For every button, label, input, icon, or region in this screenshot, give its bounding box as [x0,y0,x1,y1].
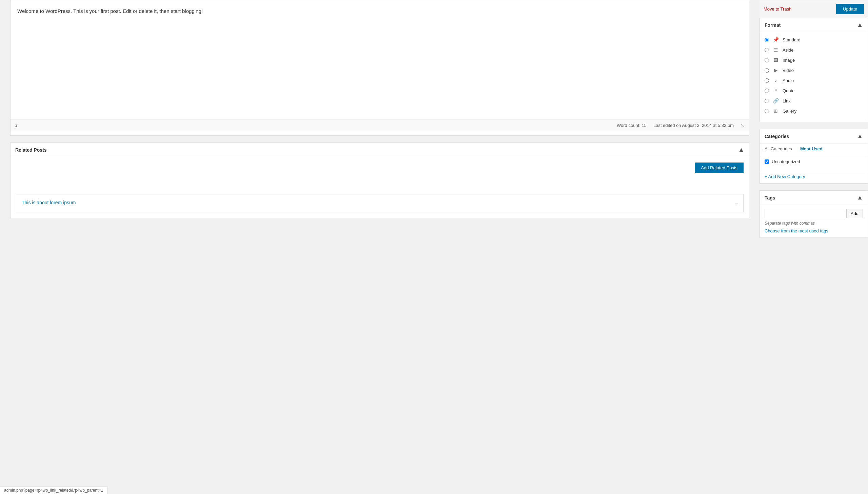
format-list: 📌 Standard ☰ Aside 🖼 Image ▶ Video [760,32,868,122]
editor-footer: p Word count: 15 Last edited on August 2… [11,119,749,131]
add-new-category-section: + Add New Category [760,171,868,183]
status-bar-url: admin.php?page=rp4wp_link_related&rp4wp_… [4,488,103,493]
categories-list: Uncategorized [760,155,868,171]
tags-most-used: Choose from the most used tags [760,228,868,238]
format-radio-image[interactable] [765,58,769,62]
tags-input-row: Add [760,205,868,221]
update-button[interactable]: Update [836,4,864,14]
format-panel: Format ▲ 📌 Standard ☰ Aside 🖼 Image [760,18,868,122]
move-to-trash-link[interactable]: Move to Trash [764,6,791,12]
format-radio-link[interactable] [765,99,769,103]
paragraph-tag: p [15,123,17,128]
status-bar: admin.php?page=rp4wp_link_related&rp4wp_… [0,486,107,494]
categories-panel: Categories ▲ All Categories Most Used Un… [760,129,868,184]
sidebar: Move to Trash Update Format ▲ 📌 Standard… [760,0,868,494]
add-new-category-link[interactable]: + Add New Category [765,174,805,179]
format-panel-title: Format [765,22,781,28]
format-label-link: Link [783,98,791,103]
tags-input[interactable] [765,209,844,218]
related-post-item: This is about lorem ipsum ≡ [16,194,744,212]
tags-panel-toggle[interactable]: ▲ [857,194,863,201]
categories-panel-title: Categories [765,134,789,139]
related-posts-toggle[interactable]: ▲ [738,146,744,153]
category-label-uncategorized[interactable]: Uncategorized [772,159,800,164]
categories-panel-header: Categories ▲ [760,129,868,144]
related-posts-title: Related Posts [15,147,47,153]
resize-handle[interactable]: ⤡ [741,122,745,129]
tab-all-categories[interactable]: All Categories [765,144,796,155]
format-item-link: 🔗 Link [765,97,863,104]
categories-panel-toggle[interactable]: ▲ [857,133,863,140]
categories-tabs: All Categories Most Used [760,144,868,155]
drag-handle-icon[interactable]: ≡ [735,202,738,209]
word-count-label: Word count: 15 [617,123,647,128]
format-radio-standard[interactable] [765,38,769,42]
editor-content[interactable]: Welcome to WordPress. This is your first… [11,0,749,119]
format-radio-audio[interactable] [765,78,769,83]
tags-most-used-link[interactable]: Choose from the most used tags [765,228,828,233]
format-radio-quote[interactable] [765,89,769,93]
format-radio-video[interactable] [765,68,769,73]
format-item-audio: ♪ Audio [765,77,863,84]
publish-panel: Move to Trash Update [760,0,868,18]
category-checkbox-uncategorized[interactable] [765,159,769,164]
format-item-aside: ☰ Aside [765,46,863,53]
format-label-aside: Aside [783,48,794,53]
tags-add-button[interactable]: Add [846,209,863,218]
tags-panel-title: Tags [765,195,775,201]
aside-icon: ☰ [772,46,779,53]
gallery-icon: ⊞ [772,108,779,114]
image-icon: 🖼 [772,57,779,63]
video-icon: ▶ [772,67,779,74]
format-label-audio: Audio [783,78,794,83]
audio-icon: ♪ [772,77,779,84]
format-item-quote: ❝ Quote [765,87,863,94]
format-panel-toggle[interactable]: ▲ [857,21,863,28]
related-posts-content: Add Related Posts This is about lorem ip… [11,157,749,218]
format-item-gallery: ⊞ Gallery [765,108,863,114]
format-label-image: Image [783,58,795,63]
link-icon: 🔗 [772,97,779,104]
last-edited: Last edited on August 2, 2014 at 5:32 pm [653,123,734,128]
format-item-video: ▶ Video [765,67,863,74]
related-post-link[interactable]: This is about lorem ipsum [22,200,76,205]
add-related-posts-button[interactable]: Add Related Posts [695,163,744,173]
format-radio-gallery[interactable] [765,109,769,113]
format-label-quote: Quote [783,88,794,93]
format-panel-header: Format ▲ [760,18,868,32]
format-label-standard: Standard [783,37,801,42]
format-item-image: 🖼 Image [765,57,863,63]
tags-panel: Tags ▲ Add Separate tags with commas Cho… [760,190,868,238]
tags-panel-header: Tags ▲ [760,191,868,205]
format-item-standard: 📌 Standard [765,36,863,43]
standard-icon: 📌 [772,36,779,43]
format-label-video: Video [783,68,794,73]
format-label-gallery: Gallery [783,109,796,114]
tags-hint: Separate tags with commas [760,221,868,228]
format-radio-aside[interactable] [765,48,769,52]
related-posts-panel: Related Posts ▲ Add Related Posts This i… [10,142,749,218]
related-posts-header: Related Posts ▲ [11,143,749,157]
quote-icon: ❝ [772,87,779,94]
tab-most-used[interactable]: Most Used [800,144,827,155]
category-item-uncategorized: Uncategorized [765,159,863,164]
